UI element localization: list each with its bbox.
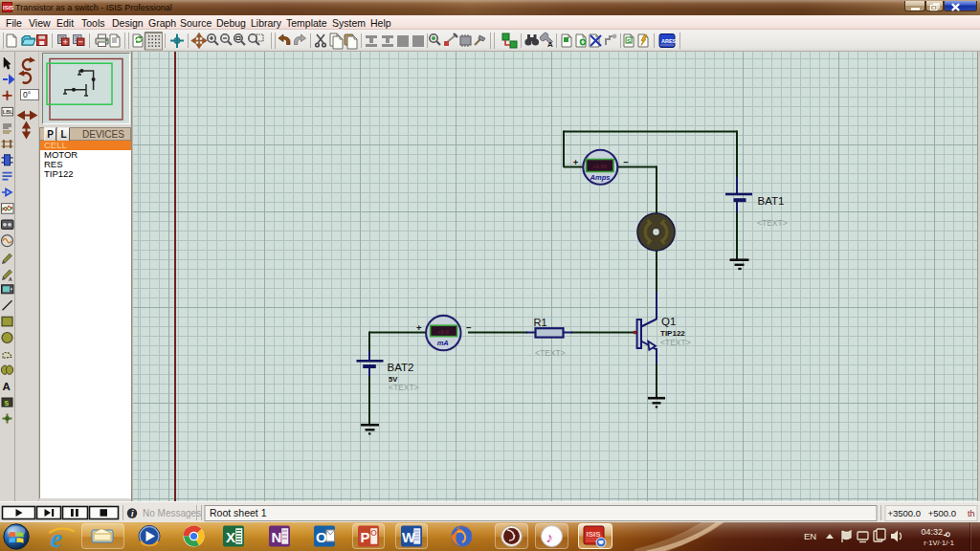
svg-text:N: N [272,529,282,545]
svg-text:+: + [416,322,422,333]
svg-text:04:32: 04:32 [921,527,943,537]
svg-text:ARES: ARES [661,38,677,44]
svg-text:−: − [466,322,472,333]
svg-text:+0.00: +0.00 [592,164,608,169]
svg-text:W: W [402,530,415,545]
svg-text:Root sheet 1: Root sheet 1 [210,507,267,518]
svg-text:♪: ♪ [546,529,554,545]
svg-text:TIP122: TIP122 [660,329,685,338]
svg-text:+0.0: +0.0 [437,329,450,335]
svg-text:Amps: Amps [590,173,611,182]
svg-text:ISIS: ISIS [587,530,602,539]
svg-text:LBL: LBL [3,109,13,115]
svg-text:th: th [968,509,975,518]
svg-text:r·1V/·1/·1: r·1V/·1/·1 [924,539,954,547]
svg-text:Q1: Q1 [661,316,676,327]
svg-text:S: S [627,38,631,44]
svg-text:EN: EN [804,531,816,541]
svg-text:<TEXT>: <TEXT> [660,338,691,347]
svg-text:e: e [51,523,62,551]
svg-text:−: − [623,157,629,167]
svg-text:+3500.0: +3500.0 [887,508,921,518]
svg-text:+500.0: +500.0 [928,508,956,518]
svg-text:P: P [361,529,370,545]
svg-text:A: A [9,276,12,282]
svg-text:O: O [316,529,327,545]
svg-text:BAT1: BAT1 [758,195,785,207]
svg-text:A: A [547,40,553,49]
svg-text:A: A [3,381,11,392]
svg-text:<TEXT>: <TEXT> [535,348,566,358]
svg-text:+: + [573,157,579,167]
svg-text:<TEXT>: <TEXT> [757,218,788,228]
svg-text:<TEXT>: <TEXT> [389,383,419,392]
svg-text:S: S [5,400,10,407]
svg-text:R1: R1 [534,317,547,328]
svg-text:X: X [226,529,235,545]
svg-text:No Messages: No Messages [143,508,201,518]
svg-text:mA: mA [437,339,449,347]
svg-text:BAT2: BAT2 [388,362,414,373]
